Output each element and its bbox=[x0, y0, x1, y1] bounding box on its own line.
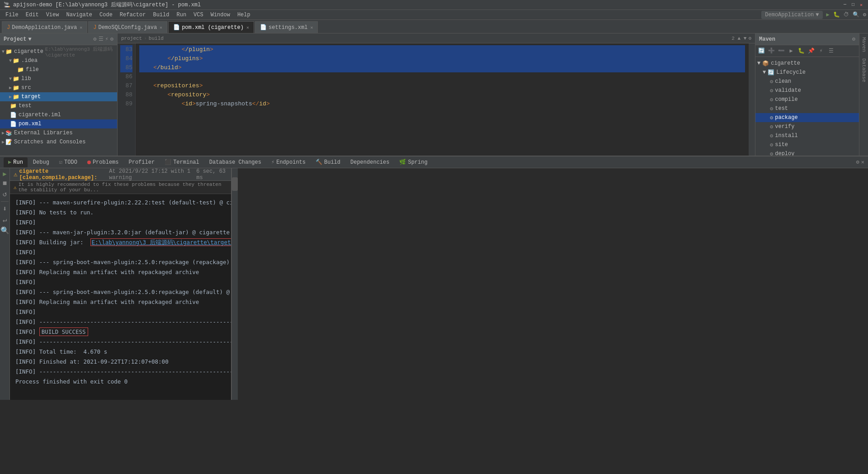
maven-minus-btn[interactable]: ➖ bbox=[777, 47, 785, 55]
maven-verify[interactable]: ⚙ verify bbox=[755, 122, 859, 131]
menu-navigate[interactable]: Navigate bbox=[62, 11, 96, 19]
tab-debug[interactable]: Debug bbox=[28, 157, 54, 167]
maven-clean[interactable]: ⚙ clean bbox=[755, 77, 859, 86]
maven-test[interactable]: ⚙ test bbox=[755, 104, 859, 113]
bottom-tabs: ▶ Run Debug ☑ TODO Problems Profiler ⬛ T… bbox=[0, 156, 868, 168]
breadcrumb-project[interactable]: project bbox=[121, 36, 142, 41]
menu-file[interactable]: File bbox=[2, 11, 22, 19]
maven-package[interactable]: ⚙ package bbox=[755, 113, 859, 122]
maven-settings-icon[interactable]: ⚙ bbox=[852, 36, 855, 43]
tree-target[interactable]: ▶ 📁 target bbox=[0, 92, 117, 101]
maven-jump-btn[interactable]: 📌 bbox=[807, 47, 815, 55]
tab-terminal[interactable]: ⬛ Terminal bbox=[160, 157, 204, 167]
maven-skip-test-btn[interactable]: ⚡ bbox=[817, 47, 825, 55]
tree-scratches[interactable]: ▶ 📝 Scratches and Consoles bbox=[0, 137, 117, 147]
sidebar-database-label[interactable]: Database bbox=[861, 57, 867, 84]
run-stop-ctrl[interactable]: ■ bbox=[3, 180, 7, 188]
tab-profiler[interactable]: Profiler bbox=[124, 157, 160, 167]
menu-build[interactable]: Build bbox=[149, 11, 173, 19]
project-label: Project bbox=[4, 36, 26, 43]
maven-run-btn[interactable]: ▶ bbox=[787, 47, 795, 55]
bottom-settings-icon[interactable]: ⚙ bbox=[856, 159, 859, 166]
maven-validate[interactable]: ⚙ validate bbox=[755, 86, 859, 95]
jar-link[interactable]: E:\lab\yannong\3 后端源码\cigarette\target\c… bbox=[90, 238, 231, 246]
tab-run[interactable]: ▶ Run bbox=[4, 157, 28, 167]
minimize-button[interactable]: ─ bbox=[842, 2, 848, 8]
line-col-indicator: 2 ▲ ▼ bbox=[731, 36, 746, 41]
editor-settings-icon[interactable]: ⚙ bbox=[748, 35, 751, 41]
menu-edit[interactable]: Edit bbox=[22, 11, 42, 19]
run-scroll-ctrl[interactable]: ⬇ bbox=[3, 204, 7, 213]
menu-run[interactable]: Run bbox=[173, 11, 190, 19]
tab-settings-close[interactable]: ✕ bbox=[310, 25, 313, 30]
tab-demo-sql-close[interactable]: ✕ bbox=[160, 25, 162, 30]
code-content[interactable]: </plugin> </plugins> </build> <repositor… bbox=[136, 43, 749, 156]
run-rerun-ctrl[interactable]: ↺ bbox=[3, 190, 7, 199]
project-dropdown-icon[interactable]: ▼ bbox=[28, 36, 31, 43]
tree-lib[interactable]: ▼ 📁 lib bbox=[0, 74, 117, 83]
tab-endpoints[interactable]: ⚡ Endpoints bbox=[267, 157, 310, 167]
maven-generate-btn[interactable]: ☰ bbox=[827, 47, 835, 55]
tab-spring[interactable]: 🌿 Spring bbox=[395, 157, 432, 167]
maximize-button[interactable]: □ bbox=[850, 2, 856, 8]
out-line-build-success: [INFO] BUILD SUCCESS bbox=[15, 327, 226, 337]
project-tool-1[interactable]: ⚙ bbox=[93, 36, 96, 43]
tree-src[interactable]: ▶ 📁 src bbox=[0, 83, 117, 92]
maven-install[interactable]: ⚙ install bbox=[755, 131, 859, 140]
tree-pom[interactable]: 📄 pom.xml bbox=[0, 119, 117, 128]
run-output[interactable]: [INFO] --- maven-surefire-plugin:2.22.2:… bbox=[10, 194, 231, 400]
tree-iml[interactable]: 📄 cigarette.iml bbox=[0, 110, 117, 119]
editor-right-scrollbar[interactable] bbox=[749, 43, 755, 156]
tree-file[interactable]: 📁 file bbox=[0, 65, 117, 74]
project-tool-2[interactable]: ☰ bbox=[99, 36, 104, 43]
bottom-close-icon[interactable]: ✕ bbox=[861, 159, 864, 166]
file-folder-icon: 📁 bbox=[17, 66, 24, 73]
tree-test[interactable]: 📁 test bbox=[0, 101, 117, 110]
tab-dependencies[interactable]: Dependencies bbox=[346, 157, 394, 167]
tree-external-libs[interactable]: ▶ 📚 External Libraries bbox=[0, 128, 117, 137]
menu-vcs[interactable]: VCS bbox=[190, 11, 207, 19]
maven-refresh-btn[interactable]: 🔄 bbox=[757, 47, 765, 55]
project-tool-3[interactable]: ⚡ bbox=[105, 36, 108, 43]
maven-debug-btn[interactable]: 🐛 bbox=[797, 47, 805, 55]
tab-todo[interactable]: ☑ TODO bbox=[55, 157, 82, 167]
menu-code[interactable]: Code bbox=[96, 11, 116, 19]
tab-pom-close[interactable]: ✕ bbox=[246, 25, 249, 30]
tab-database-changes[interactable]: Database Changes bbox=[205, 157, 266, 167]
tab-pom[interactable]: 📄 pom.xml (cigarette) ✕ bbox=[168, 21, 254, 33]
settings-button[interactable]: ⚙ bbox=[863, 11, 866, 18]
tab-demo-app-close[interactable]: ✕ bbox=[80, 25, 82, 30]
menu-help[interactable]: Help bbox=[234, 11, 254, 19]
project-settings-icon[interactable]: ⚙ bbox=[110, 36, 113, 43]
run-config-dropdown[interactable]: DemoApplication ▼ bbox=[761, 11, 822, 19]
tab-settings[interactable]: 📄 settings.xml ✕ bbox=[255, 21, 318, 33]
tree-root-cigarette[interactable]: ▼ 📁 cigarette E:\lab\yannong3 后端源码\cigar… bbox=[0, 47, 117, 56]
maven-gear-site: ⚙ bbox=[770, 142, 773, 148]
run-button[interactable]: ▶ bbox=[826, 11, 830, 18]
menu-view[interactable]: View bbox=[42, 11, 63, 19]
profile-button[interactable]: ⏱ bbox=[844, 11, 849, 18]
maven-compile[interactable]: ⚙ compile bbox=[755, 95, 859, 104]
xml-icon: 📄 bbox=[173, 24, 180, 31]
tab-demo-sql[interactable]: J DemoSQLConfig.java ✕ bbox=[88, 21, 167, 33]
maven-add-btn[interactable]: ➕ bbox=[767, 47, 775, 55]
run-time-label: At 2021/9/22 17:12 with 1 warning bbox=[109, 168, 194, 181]
maven-deploy[interactable]: ⚙ deploy bbox=[755, 149, 859, 156]
search-everywhere-button[interactable]: 🔍 bbox=[853, 11, 859, 18]
tab-build[interactable]: 🔨 Build bbox=[311, 157, 345, 167]
maven-root[interactable]: ▼ 📦 cigarette bbox=[755, 59, 859, 68]
maven-lifecycle-group[interactable]: ▼ 🔄 Lifecycle bbox=[755, 68, 859, 77]
run-filter-ctrl[interactable]: 🔍 bbox=[0, 226, 9, 235]
maven-site[interactable]: ⚙ site bbox=[755, 140, 859, 149]
tab-demo-app[interactable]: J DemoApplication.java ✕ bbox=[2, 21, 87, 33]
close-button[interactable]: ✕ bbox=[858, 2, 864, 8]
run-scrollbar[interactable] bbox=[231, 168, 238, 400]
run-wrap-ctrl[interactable]: ↵ bbox=[3, 215, 7, 224]
run-play-ctrl[interactable]: ▶ bbox=[3, 170, 6, 178]
sidebar-maven-label[interactable]: Maven bbox=[861, 35, 867, 54]
tab-problems[interactable]: Problems bbox=[83, 157, 123, 167]
debug-button[interactable]: 🐛 bbox=[833, 11, 840, 18]
breadcrumb-build[interactable]: build bbox=[149, 36, 164, 41]
menu-refactor[interactable]: Refactor bbox=[116, 11, 150, 19]
menu-window[interactable]: Window bbox=[207, 11, 234, 19]
